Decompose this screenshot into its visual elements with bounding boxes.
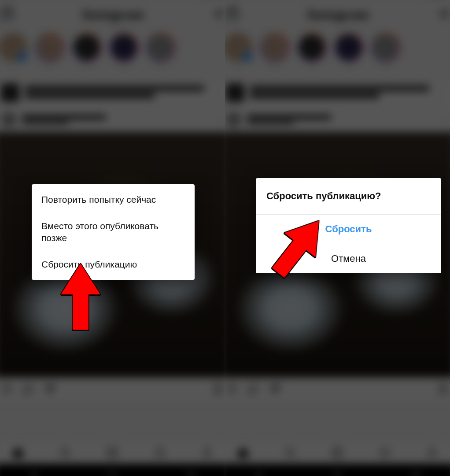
cancel-button[interactable]: Отмена — [256, 244, 441, 273]
discard-post-option[interactable]: Сбросить публикацию — [32, 251, 195, 280]
screenshot-step-1: Instagram — — — — — ⋮ — [0, 0, 225, 476]
publish-later-option[interactable]: Вместо этого опубликовать позже — [32, 213, 195, 251]
upload-retry-menu: Повторить попытку сейчас Вместо этого оп… — [32, 184, 195, 280]
dialog-title: Сбросить публикацию? — [256, 178, 441, 215]
retry-now-option[interactable]: Повторить попытку сейчас — [32, 184, 195, 213]
discard-confirm-button[interactable]: Сбросить — [256, 215, 441, 244]
discard-post-dialog: Сбросить публикацию? Сбросить Отмена — [256, 178, 441, 273]
screenshot-step-2: Instagram — — — — — ⋮ — [225, 0, 450, 476]
